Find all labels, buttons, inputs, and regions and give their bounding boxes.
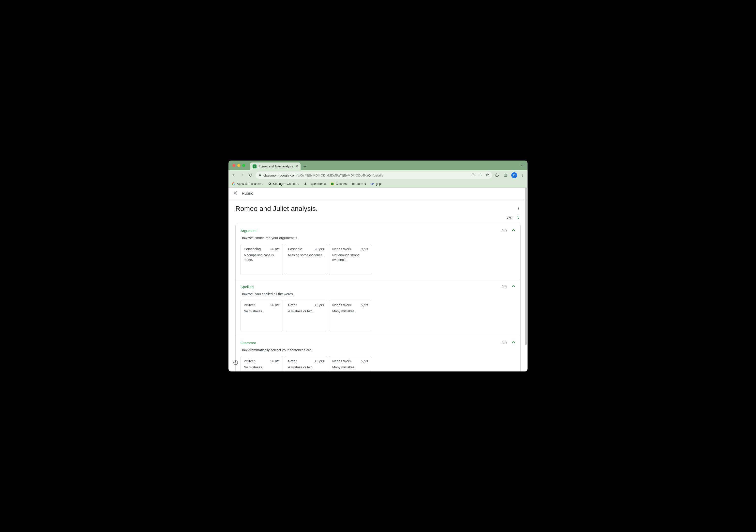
rubric-level[interactable]: Perfect20 ptsNo mistakes. xyxy=(240,356,283,371)
flask-icon xyxy=(304,182,308,186)
level-name: Needs Work xyxy=(332,359,351,363)
svg-point-11 xyxy=(235,363,236,364)
level-points: 15 pts xyxy=(314,359,324,363)
rubric-level[interactable]: Great15 ptsA mistake or two. xyxy=(285,356,327,371)
forward-button[interactable] xyxy=(239,172,246,179)
collapse-all-button[interactable] xyxy=(516,215,521,220)
window-close-button[interactable] xyxy=(232,164,235,167)
level-points: 20 pts xyxy=(270,303,280,307)
level-description: Not enough strong evidence.. xyxy=(332,253,368,262)
level-name: Perfect xyxy=(244,359,255,363)
scrollbar-thumb[interactable] xyxy=(525,188,527,345)
bookmark-classes[interactable]: Classes xyxy=(330,182,346,186)
collapse-criterion-button[interactable] xyxy=(512,284,516,289)
url-text: classroom.google.com/u/0/c/NjEyMDI4ODIxM… xyxy=(263,173,383,177)
svg-point-2 xyxy=(522,174,522,174)
help-button[interactable] xyxy=(233,360,238,366)
bookmark-label: Apps with access... xyxy=(237,182,263,186)
window-zoom-button[interactable] xyxy=(242,164,245,167)
level-points: 5 pts xyxy=(361,359,368,363)
address-bar[interactable]: classroom.google.com/u/0/c/NjEyMDI4ODIxM… xyxy=(256,172,492,179)
level-points: 30 pts xyxy=(270,247,280,251)
collapse-criterion-button[interactable] xyxy=(512,340,516,345)
install-app-icon[interactable] xyxy=(471,173,475,177)
bookmark-label: current xyxy=(357,182,366,186)
folder-icon xyxy=(351,182,355,186)
browser-tab-0[interactable]: Romeo and Juliet analysis. xyxy=(250,163,301,171)
rubric-level[interactable]: Perfect20 ptsNo mistakes. xyxy=(240,300,283,332)
collapse-criterion-button[interactable] xyxy=(512,228,516,233)
lock-icon xyxy=(258,173,261,177)
extensions-button[interactable] xyxy=(494,172,500,179)
level-name: Convincing xyxy=(244,247,261,251)
criterion-argument: Argument/30How well structured your argu… xyxy=(236,224,520,280)
criterion-levels: Perfect20 ptsNo mistakes.Great15 ptsA mi… xyxy=(240,300,516,332)
address-bar-actions xyxy=(471,173,489,177)
reload-button[interactable] xyxy=(247,172,254,179)
browser-window: Romeo and Juliet analysis. cl xyxy=(229,161,527,371)
bookmark-settings-cookie[interactable]: Settings - Cookie... xyxy=(268,182,299,186)
criterion-description: How well you spelled all the words. xyxy=(240,292,516,296)
rubric-level[interactable]: Great15 ptsA mistake or two. xyxy=(285,300,327,332)
criterion-levels: Convincing30 ptsA compelling case is mad… xyxy=(240,244,516,275)
toolbar: classroom.google.com/u/0/c/NjEyMDI4ODIxM… xyxy=(229,171,527,180)
appbar-title: Rubric xyxy=(242,191,253,196)
close-icon[interactable] xyxy=(296,165,298,168)
level-description: A mistake or two. xyxy=(288,365,324,370)
profile-avatar[interactable]: D xyxy=(511,172,517,178)
classroom-icon xyxy=(330,182,334,186)
rubric-more-options-button[interactable] xyxy=(516,206,521,211)
svg-point-8 xyxy=(518,208,519,209)
share-icon[interactable] xyxy=(478,173,482,177)
criterion-name: Spelling xyxy=(240,285,254,289)
vertical-scrollbar[interactable] xyxy=(524,188,527,371)
rubric-title: Romeo and Juliet analysis. xyxy=(235,205,318,213)
bookmark-label: Settings - Cookie... xyxy=(273,182,299,186)
criterion-points: /20 xyxy=(501,341,507,345)
back-button[interactable] xyxy=(230,172,237,179)
svg-rect-1 xyxy=(504,174,507,176)
tab-title: Romeo and Juliet analysis. xyxy=(258,165,294,168)
level-name: Perfect xyxy=(244,303,255,307)
level-name: Great xyxy=(288,359,297,363)
level-description: Many mistakes. xyxy=(332,309,368,314)
bookmark-apps-with-access[interactable]: Apps with access... xyxy=(231,182,263,186)
level-points: 20 pts xyxy=(270,359,280,363)
rubric-content: Romeo and Juliet analysis. /70 Argument/… xyxy=(229,200,527,371)
svg-point-4 xyxy=(522,176,522,177)
bookmark-label: gcp xyxy=(376,182,381,186)
rubric-level[interactable]: Passable20 ptsMissing some evidence. xyxy=(285,244,327,275)
criterion-name: Argument xyxy=(240,228,256,233)
gear-icon xyxy=(268,182,272,186)
criterion-description: How well structured your argument is. xyxy=(240,236,516,240)
close-rubric-button[interactable] xyxy=(233,191,237,196)
side-panel-button[interactable] xyxy=(502,172,509,179)
bookmark-label: Experiments xyxy=(309,182,326,186)
criterion-spelling: Spelling/20How well you spelled all the … xyxy=(236,280,520,336)
new-tab-button[interactable] xyxy=(302,163,309,170)
level-name: Needs Work xyxy=(332,303,351,307)
svg-rect-6 xyxy=(331,183,333,185)
window-minimize-button[interactable] xyxy=(237,164,240,167)
level-name: Needs Work xyxy=(332,247,351,251)
rubric-level[interactable]: Needs Work5 ptsMany mistakes. xyxy=(329,356,371,371)
level-points: 20 pts xyxy=(314,247,324,251)
criterion-points: /30 xyxy=(501,228,507,233)
rubric-level[interactable]: Convincing30 ptsA compelling case is mad… xyxy=(240,244,283,275)
rubric-level[interactable]: Needs Work0 ptsNot enough strong evidenc… xyxy=(329,244,371,275)
level-description: A mistake or two. xyxy=(288,309,324,314)
bookmark-experiments[interactable]: Experiments xyxy=(304,182,326,186)
window-traffic-lights xyxy=(230,161,247,171)
svg-point-3 xyxy=(522,175,522,175)
star-icon[interactable] xyxy=(485,173,489,177)
criterion-description: How grammatically correct your sentences… xyxy=(240,348,516,352)
criterion-name: Grammar xyxy=(240,341,256,345)
rubric-level[interactable]: Needs Work5 ptsMany mistakes. xyxy=(329,300,371,332)
bookmark-current[interactable]: current xyxy=(351,182,366,186)
svg-point-7 xyxy=(518,207,519,207)
bookmarks-bar: Apps with access... Settings - Cookie...… xyxy=(229,180,527,188)
tabs-dropdown-button[interactable] xyxy=(519,162,526,170)
page-content: Rubric Romeo and Juliet analysis. /70 Ar… xyxy=(229,188,527,371)
bookmark-gcp[interactable]: API gcp xyxy=(370,182,381,186)
chrome-menu-button[interactable] xyxy=(519,172,526,179)
